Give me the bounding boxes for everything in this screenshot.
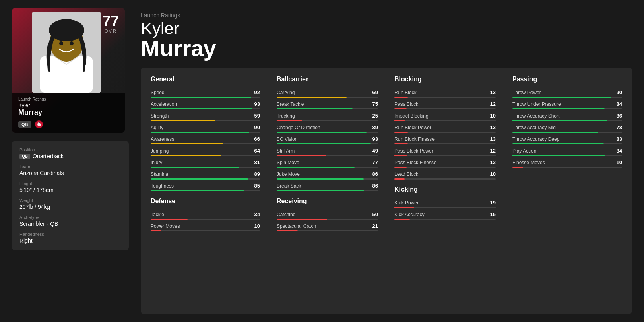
position-badge: QB [18, 121, 31, 128]
height-value: 5'10" / 178cm [19, 187, 122, 193]
stat-value: 75 [372, 101, 378, 107]
stat-row: Run Block Power 13 [394, 124, 496, 133]
position-value: QB Quarterback [19, 153, 122, 159]
stat-value: 59 [254, 113, 260, 119]
handedness-label: Handedness [19, 232, 122, 237]
stat-bar-track [151, 120, 260, 121]
card-info: Launch Ratings Kyler Murray QB [12, 93, 125, 133]
blocking-stats: Run Block 13 Pass Block 12 Impact Blocki… [394, 89, 496, 180]
stat-row: Run Block 13 [394, 89, 496, 98]
stat-bar-track [151, 230, 260, 231]
stat-value: 10 [617, 159, 622, 165]
stats-container: General Speed 92 Acceleration 93 [141, 68, 632, 314]
stat-bar-track [394, 155, 496, 156]
stat-value: 12 [490, 148, 496, 154]
stat-row: BC Vision 93 [277, 136, 378, 144]
header-last-name: Murray [141, 37, 632, 60]
stat-name: Power Moves [151, 223, 180, 229]
stat-bar-fill [277, 97, 347, 98]
card-first-name: Kyler [18, 102, 119, 108]
stat-bar-track [277, 230, 378, 231]
stat-bar-fill [394, 219, 410, 220]
stat-row: Throw Accuracy Short 86 [512, 113, 622, 121]
stat-bar-fill [394, 167, 407, 168]
handedness-value: Right [19, 237, 122, 244]
stat-value: 64 [254, 148, 260, 154]
stat-bar-track [512, 143, 622, 144]
stat-bar-fill [277, 230, 298, 231]
stat-row: Pass Block 12 [394, 101, 496, 109]
header-launch-label: Launch Ratings [141, 12, 632, 19]
stat-bar-fill [151, 120, 215, 121]
stat-name: Finesse Moves [512, 160, 545, 165]
stat-row: Acceleration 93 [151, 101, 260, 109]
stat-bar-fill [151, 190, 244, 191]
stat-top: Throw Power 90 [512, 89, 622, 95]
team-logo-icon [35, 120, 43, 129]
stat-bar-fill [277, 190, 364, 191]
receiving-title: Receiving [277, 198, 378, 206]
stat-top: Catching 50 [277, 211, 378, 217]
stat-top: Jumping 64 [151, 148, 260, 154]
stat-top: Stiff Arm 49 [277, 148, 378, 154]
archetype-row: Archetype Scrambler - QB [19, 215, 122, 227]
stat-bar-track [394, 108, 496, 109]
stat-top: Run Block Finesse 13 [394, 136, 496, 142]
stat-top: Trucking 25 [277, 113, 378, 119]
stat-bar-fill [394, 97, 408, 98]
stat-name: Throw Power [512, 90, 541, 95]
stat-bar-track [277, 178, 378, 180]
svg-point-5 [59, 41, 63, 45]
stat-name: Break Sack [277, 183, 301, 189]
position-tag: QB [19, 154, 30, 159]
stat-name: Strength [151, 113, 169, 119]
stat-value: 12 [490, 159, 496, 165]
stat-name: Break Tackle [277, 101, 304, 107]
stat-value: 34 [254, 211, 260, 217]
stat-top: Awareness 66 [151, 136, 260, 142]
stat-top: Agility 90 [151, 124, 260, 130]
stat-value: 50 [372, 211, 378, 217]
stat-value: 15 [490, 211, 496, 217]
stat-value: 84 [617, 101, 622, 107]
stat-row: Tackle 34 [151, 211, 260, 220]
stat-name: Kick Power [394, 200, 419, 206]
stat-name: BC Vision [277, 136, 297, 142]
stat-top: Juke Move 86 [277, 171, 378, 177]
kicking-title: Kicking [394, 186, 496, 195]
team-row: Team Arizona Cardinals [19, 164, 122, 176]
stat-top: Pass Block Finesse 12 [394, 159, 496, 165]
stat-bar-track [394, 132, 496, 133]
stat-bar-fill [151, 178, 248, 180]
stat-value: 92 [254, 89, 260, 95]
stat-top: Toughness 85 [151, 183, 260, 189]
stat-bar-fill [394, 120, 405, 121]
stat-row: Throw Power 90 [512, 89, 622, 98]
stat-bar-fill [277, 167, 355, 168]
stat-bar-fill [512, 167, 523, 168]
stat-bar-track [512, 132, 622, 133]
stat-bar-track [394, 178, 496, 180]
stat-top: Break Sack 86 [277, 183, 378, 189]
player-photo [32, 12, 101, 93]
stat-value: 19 [490, 200, 496, 206]
stat-bar-fill [151, 143, 223, 144]
stat-name: Tackle [151, 212, 164, 217]
stat-row: Spin Move 77 [277, 159, 378, 168]
stat-row: Toughness 85 [151, 183, 260, 191]
card-badges: QB [18, 120, 119, 129]
stat-value: 89 [254, 171, 260, 177]
stat-name: Play Action [512, 148, 536, 154]
stat-top: Spectacular Catch 21 [277, 223, 378, 229]
stat-row: Kick Power 19 [394, 200, 496, 208]
stat-bar-track [151, 97, 260, 98]
stat-name: Pass Block Finesse [394, 160, 437, 165]
stat-name: Impact Blocking [394, 113, 429, 119]
stat-top: Pass Block Power 12 [394, 148, 496, 154]
stat-bar-fill [151, 132, 249, 133]
stat-bar-fill [277, 143, 371, 144]
stat-row: Agility 90 [151, 124, 260, 133]
stat-name: Run Block Power [394, 125, 431, 130]
ballcarrier-stats: Carrying 69 Break Tackle 75 Trucking 25 [277, 89, 378, 191]
stat-top: Run Block Power 13 [394, 124, 496, 130]
